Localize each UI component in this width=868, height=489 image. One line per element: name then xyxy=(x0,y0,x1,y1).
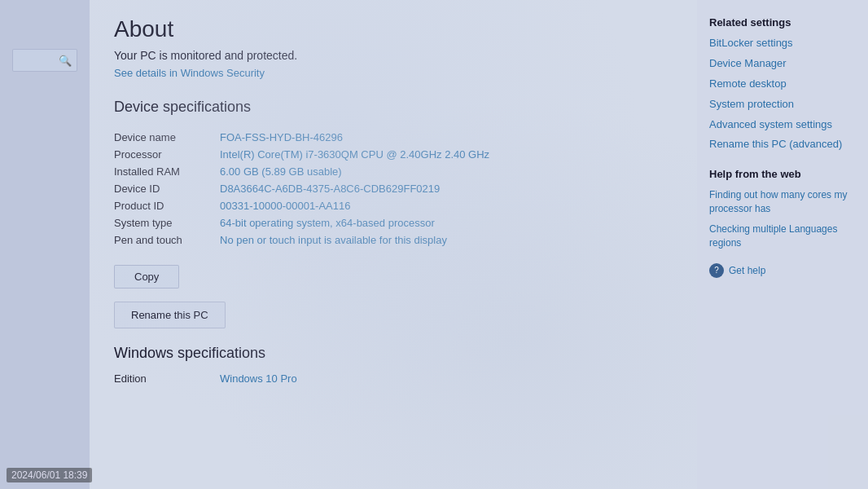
related-settings-link[interactable]: System protection xyxy=(709,98,856,112)
related-settings-link[interactable]: Device Manager xyxy=(709,57,856,71)
spec-label: Device name xyxy=(114,129,220,146)
table-row: Installed RAM6.00 GB (5.89 GB usable) xyxy=(114,163,673,180)
spec-value: 00331-10000-00001-AA116 xyxy=(220,197,673,214)
spec-label: System type xyxy=(114,214,220,231)
table-row: ProcessorIntel(R) Core(TM) i7-3630QM CPU… xyxy=(114,146,673,163)
table-row: System type64-bit operating system, x64-… xyxy=(114,214,673,231)
help-link[interactable]: Checking multiple Languages regions xyxy=(709,222,856,250)
help-link[interactable]: Finding out how many cores my processor … xyxy=(709,188,856,216)
spec-value: Windows 10 Pro xyxy=(220,370,673,387)
spec-value: No pen or touch input is available for t… xyxy=(220,231,673,249)
spec-label: Pen and touch xyxy=(114,231,220,249)
spec-value: D8A3664C-A6DB-4375-A8C6-CDB629FF0219 xyxy=(220,180,673,197)
right-panel: Related settings BitLocker settingsDevic… xyxy=(697,0,868,489)
copy-button[interactable]: Copy xyxy=(114,265,179,289)
related-settings-link[interactable]: Advanced system settings xyxy=(709,118,856,132)
related-settings-title: Related settings xyxy=(709,16,856,29)
get-help-row[interactable]: ? Get help xyxy=(709,263,856,278)
get-help-text[interactable]: Get help xyxy=(729,265,765,276)
see-details-link[interactable]: See details in Windows Security xyxy=(114,67,265,79)
spec-label: Installed RAM xyxy=(114,163,220,180)
main-content: About Your PC is monitored and protected… xyxy=(90,0,697,489)
spec-label: Edition xyxy=(114,370,220,387)
related-settings-link[interactable]: Remote desktop xyxy=(709,77,856,91)
spec-value: Intel(R) Core(TM) i7-3630QM CPU @ 2.40GH… xyxy=(220,146,673,163)
spec-value: FOA-FSS-HYD-BH-46296 xyxy=(220,129,673,146)
table-row: Product ID00331-10000-00001-AA116 xyxy=(114,197,673,214)
spec-value: 6.00 GB (5.89 GB usable) xyxy=(220,163,673,180)
help-title: Help from the web xyxy=(709,168,856,180)
page-title: About xyxy=(114,16,673,42)
table-row: Device IDD8A3664C-A6DB-4375-A8C6-CDB629F… xyxy=(114,180,673,197)
sidebar: 🔍 xyxy=(0,0,90,489)
windows-specs-table: EditionWindows 10 Pro xyxy=(114,370,673,387)
spec-label: Product ID xyxy=(114,197,220,214)
protection-status: Your PC is monitored and protected. xyxy=(114,49,673,62)
spec-label: Device ID xyxy=(114,180,220,197)
search-box[interactable]: 🔍 xyxy=(12,49,77,72)
search-icon: 🔍 xyxy=(59,55,72,67)
device-specs-table: Device nameFOA-FSS-HYD-BH-46296Processor… xyxy=(114,129,673,249)
device-specs-title: Device specifications xyxy=(114,99,673,116)
table-row: Device nameFOA-FSS-HYD-BH-46296 xyxy=(114,129,673,146)
related-settings-link[interactable]: Rename this PC (advanced) xyxy=(709,138,856,152)
get-help-icon: ? xyxy=(709,263,724,278)
related-settings-link[interactable]: BitLocker settings xyxy=(709,37,856,51)
windows-specs-title: Windows specifications xyxy=(114,345,673,362)
table-row: EditionWindows 10 Pro xyxy=(114,370,673,387)
spec-label: Processor xyxy=(114,146,220,163)
spec-value: 64-bit operating system, x64-based proce… xyxy=(220,214,673,231)
timestamp: 2024/06/01 18:39 xyxy=(7,468,92,482)
table-row: Pen and touchNo pen or touch input is av… xyxy=(114,231,673,249)
rename-pc-button[interactable]: Rename this PC xyxy=(114,302,226,328)
